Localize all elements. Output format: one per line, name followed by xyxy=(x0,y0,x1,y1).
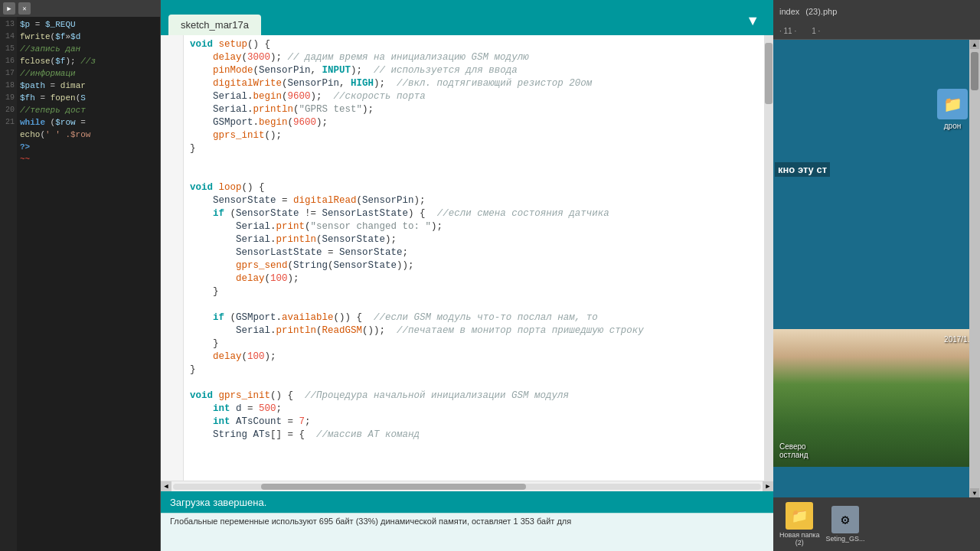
sketch-tab[interactable]: sketch_mar17a xyxy=(168,15,261,35)
left-code-panel: 13 14 15 16 17 18 19 20 21 $p = $_REQU f… xyxy=(0,17,160,551)
left-toolbar: ▶ ✕ xyxy=(0,0,160,17)
right-top-bar: index (23).php xyxy=(773,0,980,23)
desktop-icon-dron[interactable]: 📁 дрон xyxy=(934,86,971,133)
dron-icon-label: дрон xyxy=(944,122,961,130)
right-scroll-up[interactable]: ▲ xyxy=(970,40,979,49)
ruler-mark-1: · 11 · xyxy=(779,27,796,35)
desktop-area: кно эту ст 📁 дрон Североостланд 2017/1..… xyxy=(773,40,980,497)
left-sidebar: ▶ ✕ 13 14 15 16 17 18 19 20 21 $p = $_RE… xyxy=(0,0,161,551)
status-text: Загрузка завершена. xyxy=(170,497,266,508)
horizontal-scrollbar[interactable]: ◀ ▶ xyxy=(161,481,773,491)
hscroll-thumb[interactable] xyxy=(261,484,526,490)
nature-photo-area: Североостланд 2017/1... xyxy=(773,329,980,467)
hscroll-track xyxy=(173,484,761,490)
right-panel: index (23).php · 11 · 1 · кно эту ст 📁 д… xyxy=(773,0,980,551)
tab-label: sketch_mar17a xyxy=(181,19,249,31)
tab-dropdown-button[interactable]: ▼ xyxy=(740,13,766,29)
arduino-tabs: sketch_mar17a ▼ xyxy=(161,6,773,35)
bottom-icon-setting[interactable]: ⚙ Seting_GS... xyxy=(825,506,864,543)
editor-line-numbers xyxy=(161,35,184,481)
right-ruler: · 11 · 1 · xyxy=(773,23,980,40)
bottom-icon-folder[interactable]: 📁 Новая папка(2) xyxy=(779,502,819,546)
bottom-folder-label: Новая папка(2) xyxy=(779,531,819,546)
left-line-numbers: 13 14 15 16 17 18 19 20 21 xyxy=(0,17,17,551)
overlay-text: кно эту ст xyxy=(775,162,830,177)
index-label: index xyxy=(779,7,799,16)
bottom-icons-row: 📁 Новая папка(2) ⚙ Seting_GS... xyxy=(773,497,980,551)
folder-icon: 📁 xyxy=(937,89,968,119)
ruler-mark-2: 1 · xyxy=(812,27,820,35)
vertical-scrollbar[interactable] xyxy=(764,35,773,481)
right-scroll-down[interactable]: ▼ xyxy=(970,488,979,497)
editor-container: void setup() { delay(3000); // дадим вре… xyxy=(161,35,773,481)
status-bar: Загрузка завершена. xyxy=(161,491,773,513)
bottom-setting-icon: ⚙ xyxy=(831,506,859,533)
right-scroll-thumb[interactable] xyxy=(971,52,978,90)
code-editor[interactable]: void setup() { delay(3000); // дадим вре… xyxy=(184,35,764,481)
console-area: Глобальные переменные используют 695 бай… xyxy=(161,513,773,551)
hscroll-left-button[interactable]: ◀ xyxy=(161,481,172,492)
console-text: Глобальные переменные используют 695 бай… xyxy=(170,517,571,526)
left-code-text: $p = $_REQU fwrite($f»$d //запись дан fc… xyxy=(17,17,160,551)
right-content: кно эту ст 📁 дрон Североостланд 2017/1..… xyxy=(773,40,980,551)
scrollbar-thumb[interactable] xyxy=(765,43,773,104)
arduino-ide: sketch_mar17a ▼ xyxy=(161,0,773,551)
toolbar-icon-1[interactable]: ▶ xyxy=(3,2,15,15)
toolbar-icon-2[interactable]: ✕ xyxy=(18,2,31,15)
hscroll-right-button[interactable]: ▶ xyxy=(763,481,773,492)
bottom-folder-icon: 📁 xyxy=(786,502,813,530)
bottom-setting-label: Seting_GS... xyxy=(825,535,864,543)
arduino-titlebar xyxy=(161,0,773,6)
php-label: (23).php xyxy=(805,7,837,16)
right-panel-scrollbar[interactable]: ▲ ▼ xyxy=(969,40,980,497)
nature-bottom-text: Североостланд xyxy=(779,442,808,459)
